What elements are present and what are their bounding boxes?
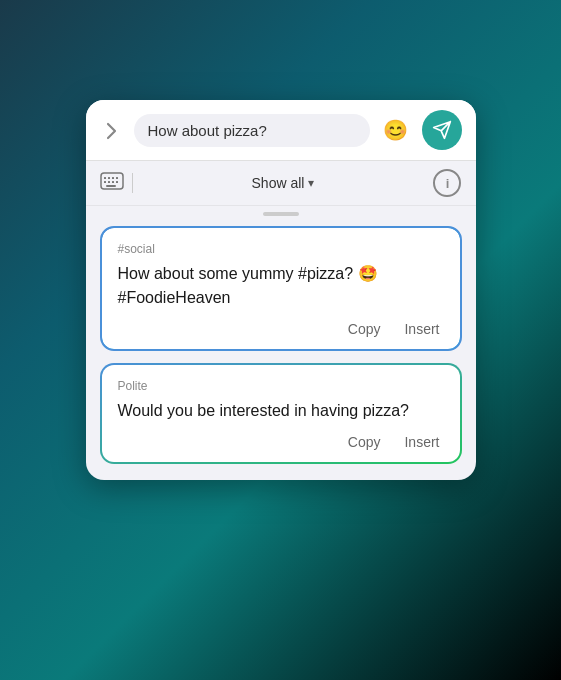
input-bar: 😊 [86,100,476,161]
toolbar-divider [132,173,133,193]
svg-rect-6 [108,181,110,183]
insert-button-social[interactable]: Insert [400,319,443,339]
show-all-chevron-icon: ▾ [308,176,314,190]
svg-rect-4 [116,177,118,179]
copy-button-polite[interactable]: Copy [344,432,385,452]
chevron-right-icon[interactable] [100,118,124,142]
insert-button-polite[interactable]: Insert [400,432,443,452]
keyboard-icon[interactable] [100,172,124,195]
toolbar-row: Show all ▾ i [86,161,476,206]
drag-handle [86,206,476,218]
send-button[interactable] [422,110,462,150]
card-tag-social: #social [118,242,444,256]
svg-rect-5 [104,181,106,183]
toolbar-left [100,172,133,195]
info-button[interactable]: i [433,169,461,197]
emoji-button[interactable]: 😊 [380,114,412,146]
card-actions-polite: Copy Insert [118,432,444,452]
show-all-button[interactable]: Show all ▾ [252,175,315,191]
copy-button-social[interactable]: Copy [344,319,385,339]
card-tag-polite: Polite [118,379,444,393]
card-actions-social: Copy Insert [118,319,444,339]
suggestion-card-polite: Polite Would you be interested in having… [100,363,462,464]
suggestion-card-social: #social How about some yummy #pizza? 🤩#F… [100,226,462,350]
cards-container: #social How about some yummy #pizza? 🤩#F… [86,218,476,480]
search-input-wrapper[interactable] [134,114,370,147]
svg-rect-7 [112,181,114,183]
card-text-social: How about some yummy #pizza? 🤩#FoodieHea… [118,262,444,308]
svg-rect-8 [116,181,118,183]
drag-handle-bar [263,212,299,216]
suggestion-panel: 😊 [86,100,476,480]
show-all-label: Show all [252,175,305,191]
search-input[interactable] [148,122,356,139]
card-text-polite: Would you be interested in having pizza? [118,399,444,422]
svg-rect-3 [112,177,114,179]
svg-rect-9 [106,185,116,187]
svg-rect-2 [108,177,110,179]
svg-rect-1 [104,177,106,179]
